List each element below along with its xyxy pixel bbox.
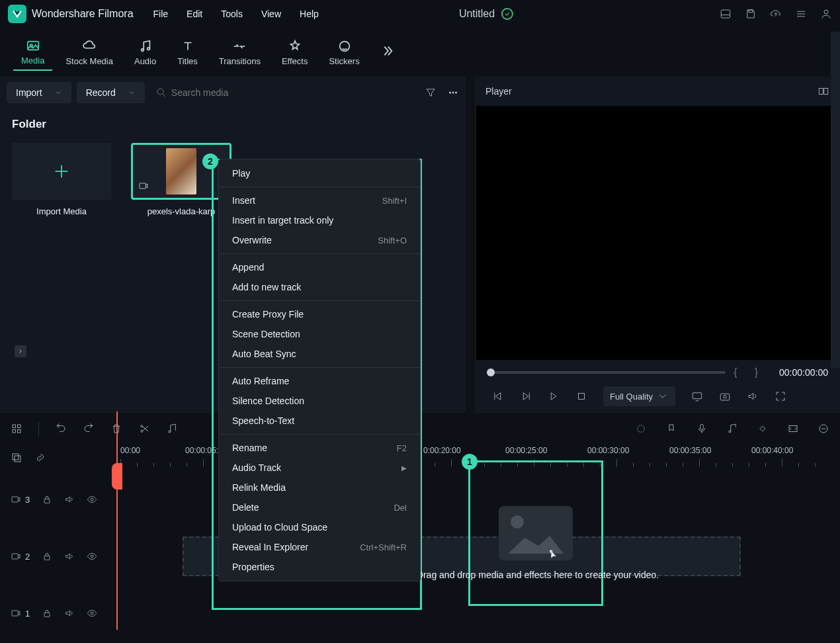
- cloud-upload-icon[interactable]: [770, 8, 782, 20]
- import-dropdown[interactable]: Import: [7, 82, 71, 103]
- svg-point-15: [452, 92, 454, 93]
- more-tabs-button[interactable]: [380, 44, 394, 61]
- menu-view[interactable]: View: [261, 9, 281, 19]
- menu-relink-media[interactable]: Relink Media: [219, 478, 420, 497]
- cut-icon[interactable]: [138, 423, 150, 435]
- tab-audio[interactable]: Audio: [126, 35, 164, 70]
- compare-icon[interactable]: [818, 85, 829, 97]
- menu-audio-track[interactable]: Audio Track▶: [219, 458, 420, 478]
- audio-edit-icon[interactable]: [166, 423, 178, 435]
- menu-shortcut: F2: [397, 443, 407, 453]
- quality-label: Full Quality: [610, 392, 653, 402]
- menu-edit[interactable]: Edit: [187, 9, 202, 19]
- project-title[interactable]: Untitled: [459, 8, 495, 20]
- tab-media[interactable]: Media: [13, 34, 52, 71]
- import-media-button[interactable]: [12, 143, 111, 200]
- media-clip-thumb[interactable]: [131, 143, 231, 200]
- tab-transitions[interactable]: Transitions: [211, 35, 269, 70]
- zoom-out-icon[interactable]: [818, 423, 829, 435]
- menu-file[interactable]: File: [153, 9, 169, 19]
- audio-mixer-icon[interactable]: [726, 423, 738, 435]
- svg-rect-27: [720, 394, 730, 400]
- menu-add-to-new-track[interactable]: Add to new track: [219, 277, 420, 297]
- track-number: 1: [25, 609, 30, 619]
- menu-icon[interactable]: [795, 8, 807, 20]
- context-menu: PlayInsertShift+IInsert in target track …: [218, 159, 421, 581]
- menu-auto-beat-sync[interactable]: Auto Beat Sync: [219, 344, 420, 364]
- menu-reveal-in-explorer[interactable]: Reveal In ExplorerCtrl+Shift+R: [219, 537, 420, 557]
- track-add-icon[interactable]: [11, 452, 22, 464]
- svg-rect-25: [693, 393, 702, 399]
- mute-icon[interactable]: [64, 551, 75, 562]
- tab-stickers[interactable]: Stickers: [321, 35, 367, 70]
- layout-icon[interactable]: [720, 8, 732, 20]
- grid-icon[interactable]: [11, 423, 22, 435]
- redo-icon[interactable]: [83, 423, 95, 435]
- menu-silence-detection[interactable]: Silence Detection: [219, 391, 420, 411]
- menu-delete[interactable]: DeleteDel: [219, 497, 420, 517]
- tab-effects[interactable]: Effects: [274, 35, 316, 70]
- stop-icon[interactable]: [575, 390, 587, 402]
- filter-icon[interactable]: [425, 87, 437, 99]
- play-icon[interactable]: [520, 390, 532, 402]
- menu-tools[interactable]: Tools: [221, 9, 243, 19]
- auto-ripple-icon[interactable]: [757, 423, 769, 435]
- menu-help[interactable]: Help: [300, 9, 319, 19]
- playhead-handle[interactable]: [112, 463, 122, 490]
- menu-rename[interactable]: RenameF2: [219, 438, 420, 458]
- volume-icon[interactable]: [747, 390, 759, 402]
- mark-in-icon[interactable]: {: [734, 366, 737, 378]
- track-video-icon: [11, 608, 21, 619]
- search-input[interactable]: [171, 87, 414, 98]
- fullscreen-icon[interactable]: [775, 390, 786, 402]
- marker-icon[interactable]: [665, 423, 677, 435]
- tab-titles-label: Titles: [177, 56, 198, 66]
- quality-dropdown[interactable]: Full Quality: [603, 386, 675, 406]
- player-viewport[interactable]: [476, 106, 839, 360]
- record-dropdown[interactable]: Record: [77, 82, 145, 103]
- more-options-icon[interactable]: [447, 87, 459, 99]
- display-icon[interactable]: [691, 390, 703, 402]
- mark-out-icon[interactable]: }: [755, 366, 758, 378]
- right-panel-strip[interactable]: [831, 32, 840, 368]
- keyframe-icon[interactable]: [635, 423, 647, 435]
- visibility-icon[interactable]: [87, 551, 97, 562]
- lock-icon[interactable]: [42, 608, 52, 619]
- menu-upload-to-cloud-space[interactable]: Upload to Cloud Space: [219, 517, 420, 537]
- link-icon[interactable]: [34, 452, 46, 464]
- visibility-icon[interactable]: [87, 608, 97, 619]
- snapshot-icon[interactable]: [719, 390, 731, 402]
- drop-hint-text: Drag and drop media and effects here to …: [412, 570, 663, 580]
- menu-auto-reframe[interactable]: Auto Reframe: [219, 371, 420, 391]
- menu-create-proxy-file[interactable]: Create Proxy File: [219, 304, 420, 324]
- svg-point-35: [169, 431, 171, 433]
- track-number: 2: [25, 552, 30, 562]
- menu-overwrite[interactable]: OverwriteShift+O: [219, 230, 420, 250]
- playhead[interactable]: [116, 411, 118, 630]
- mute-icon[interactable]: [64, 608, 75, 619]
- menu-speech-to-text[interactable]: Speech-to-Text: [219, 411, 420, 431]
- menu-properties[interactable]: Properties: [219, 557, 420, 577]
- tab-media-label: Media: [21, 56, 44, 65]
- tab-titles[interactable]: Titles: [169, 35, 206, 70]
- undo-icon[interactable]: [55, 423, 67, 435]
- next-frame-icon[interactable]: [548, 390, 560, 402]
- lock-icon[interactable]: [42, 551, 52, 562]
- ruler-label: 00:00:35:00: [669, 446, 711, 455]
- mute-icon[interactable]: [64, 494, 75, 505]
- visibility-icon[interactable]: [87, 494, 97, 505]
- menu-insert[interactable]: InsertShift+I: [219, 191, 420, 210]
- tab-stock-media[interactable]: Stock Media: [58, 35, 121, 70]
- scrub-bar[interactable]: [487, 371, 726, 374]
- user-icon[interactable]: [820, 8, 832, 20]
- prev-frame-icon[interactable]: [492, 390, 504, 402]
- menu-append[interactable]: Append: [219, 257, 420, 277]
- menu-play[interactable]: Play: [219, 163, 420, 183]
- fit-icon[interactable]: [787, 423, 799, 435]
- menu-scene-detection[interactable]: Scene Detection: [219, 324, 420, 344]
- save-icon[interactable]: [745, 8, 757, 20]
- lock-icon[interactable]: [42, 494, 52, 505]
- expand-sidebar-button[interactable]: [15, 345, 26, 357]
- voiceover-icon[interactable]: [696, 423, 708, 435]
- menu-insert-in-target-track-only[interactable]: Insert in target track only: [219, 210, 420, 230]
